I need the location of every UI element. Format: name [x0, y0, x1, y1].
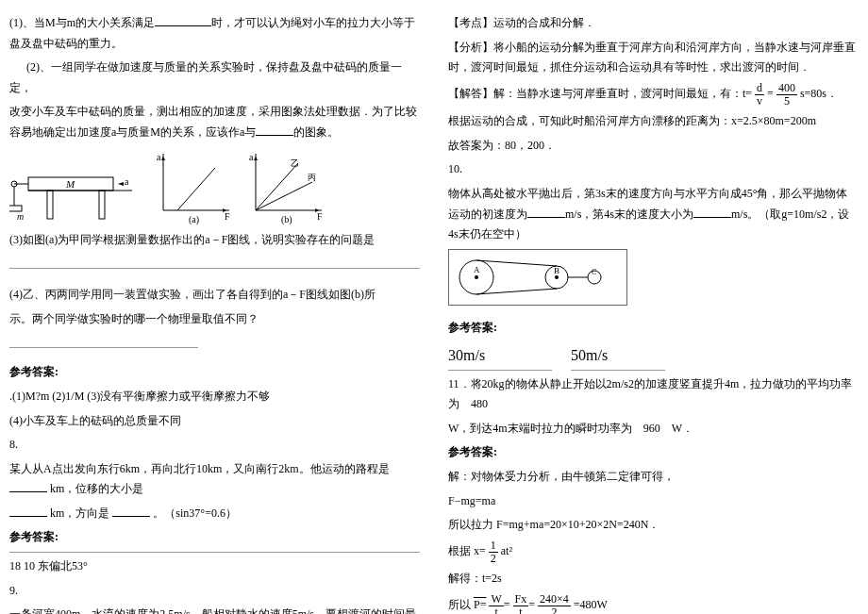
text: 。（sin37°=0.6）	[153, 506, 237, 520]
jieda: 【解答】解：当静水速与河岸垂直时，渡河时间最短，有：t= d v = 400 5…	[448, 82, 859, 108]
svg-text:丙: 丙	[308, 173, 316, 182]
jieda2: 根据运动的合成，可知此时船沿河岸方向漂移的距离为：x=2.5×80m=200m	[448, 111, 859, 132]
apparatus-figure: M m a	[9, 149, 142, 224]
fraction: d v	[755, 82, 764, 108]
denominator: t	[513, 606, 529, 614]
q7-part4b: 示。两个同学做实验时的哪一个物理量取值不同？	[9, 309, 420, 330]
text: s=80s．	[800, 87, 838, 100]
blank	[9, 480, 47, 492]
kaodian: 【考点】运动的合成和分解．	[448, 13, 859, 34]
text: 根据 x=	[448, 544, 486, 557]
q10-text: 物体从高处被水平抛出后，第3s末的速度方向与水平方向成45°角，那么平抛物体运动…	[448, 184, 859, 245]
text: 改变小车及车中砝码的质量，测出相应的加速度，采用图象法处理数据．为了比较容易地确…	[9, 105, 417, 139]
fraction: W t	[489, 593, 503, 614]
q11-text2: W，到达4m末端时拉力的瞬时功率为 960 W．	[448, 419, 859, 440]
text: km，方向是	[50, 506, 109, 520]
blank	[256, 124, 293, 136]
graph-a: a F (a)	[149, 149, 234, 224]
q11-sol5: 解得：t=2s	[448, 569, 859, 589]
q7-part3: (3)如图(a)为甲同学根据测量数据作出的a－F图线，说明实验存在的问题是	[9, 230, 420, 251]
q7-part1: (1)、当M与m的大小关系满足时，才可以认为绳对小车的拉力大小等于盘及盘中砝码的…	[9, 13, 420, 54]
belt-figure: A B C	[448, 249, 627, 306]
right-column: 【考点】运动的合成和分解． 【分析】将小船的运动分解为垂直于河岸方向和沿河岸方向…	[448, 9, 859, 614]
svg-text:A: A	[474, 265, 480, 274]
svg-rect-4	[99, 191, 105, 219]
jieda3: 故答案为：80，200．	[448, 136, 859, 157]
q11-sol6: 所以 P= W t = Fx t = 240×4 2 =480W	[448, 593, 859, 614]
figures-row: M m a a F (a) a	[9, 149, 420, 224]
numerator: 1	[489, 539, 498, 553]
svg-text:(a): (a)	[189, 214, 199, 224]
svg-text:乙: 乙	[291, 158, 299, 168]
blank	[527, 206, 565, 218]
svg-text:a: a	[125, 176, 129, 187]
numerator: 240×4	[538, 593, 571, 606]
answer1: 30m/s	[448, 342, 552, 371]
q7-part4: (4)乙、丙两同学用同一装置做实验，画出了各自得到的a－F图线如图(b)所	[9, 285, 420, 306]
q8-text-line2: km，方向是 。（sin37°=0.6）	[9, 504, 420, 524]
text: 【解答】解：当静水速与河岸垂直时，渡河时间最短，有：t=	[448, 87, 752, 100]
blank-line	[9, 333, 198, 347]
denominator: 5	[776, 95, 797, 108]
answer2: 50m/s	[571, 342, 665, 371]
text: =480W	[574, 598, 608, 611]
ref-answer-label: 参考答案:	[448, 318, 859, 339]
q11-sol2: F−mg=ma	[448, 491, 859, 512]
text: at²	[501, 544, 512, 557]
svg-point-27	[475, 275, 478, 279]
ref-answer-label: 参考答案:	[448, 442, 859, 463]
numerator: W	[489, 593, 503, 606]
text: (1)、当M与m的大小关系满足	[9, 16, 155, 29]
q9-text: 一条河宽400m，水流的速度为2.5m/s，船相对静水的速度5m/s，要想渡河的…	[9, 605, 420, 614]
svg-line-23	[256, 182, 312, 210]
q8-answer: 18 10 东偏北53°	[9, 556, 420, 577]
text: 某人从A点出发向东行6km，再向北行10km，又向南行2km。他运动的路程是	[9, 462, 390, 475]
text: km，位移的大小是	[50, 482, 143, 495]
q10-number: 10.	[448, 159, 859, 180]
text: m/s，第4s末的速度大小为	[565, 207, 693, 221]
denominator: v	[755, 95, 764, 108]
text: 一条河宽400m，水流的速度为2.5m/s，船相对静水的速度5m/s，要想渡河的…	[9, 607, 416, 614]
denominator: 2	[489, 553, 498, 565]
svg-text:C: C	[592, 268, 596, 276]
q7-part2: (2)、一组同学在做加速度与质量的关系实验时，保持盘及盘中砝码的质量一定，	[9, 58, 420, 98]
denominator: t	[489, 606, 503, 614]
text: 所以	[448, 598, 471, 611]
q7-ans2: (4)小车及车上的砝码的总质量不同	[9, 411, 420, 432]
blank	[693, 206, 731, 218]
svg-text:a: a	[249, 152, 254, 162]
numerator: 400	[776, 82, 797, 95]
q8-text: 某人从A点出发向东行6km，再向北行10km，又向南行2km。他运动的路程是 k…	[9, 459, 420, 500]
numerator: d	[755, 82, 764, 95]
left-column: (1)、当M与m的大小关系满足时，才可以认为绳对小车的拉力大小等于盘及盘中砝码的…	[9, 9, 420, 614]
q10-answers: 30m/s 50m/s	[448, 342, 859, 371]
q11-sol3: 所以拉力 F=mg+ma=20×10+20×2N=240N．	[448, 515, 859, 536]
fraction: Fx t	[513, 593, 529, 614]
ref-answer-label: 参考答案:	[9, 527, 420, 548]
svg-line-15	[177, 168, 215, 210]
svg-rect-3	[47, 191, 53, 219]
q11-text1: 11．将20kg的物体从静止开始以2m/s2的加速度竖直提升4m，拉力做功的平均…	[448, 374, 859, 415]
q7-ans1: .(1)M?m (2)1/M (3)没有平衡摩擦力或平衡摩擦力不够	[9, 387, 420, 407]
svg-text:(b): (b)	[281, 214, 292, 224]
numerator: Fx	[513, 593, 529, 606]
fenxi: 【分析】将小船的运动分解为垂直于河岸方向和沿河岸方向，当静水速与河岸垂直时，渡河…	[448, 38, 859, 78]
svg-text:a: a	[157, 152, 161, 162]
svg-line-21	[256, 163, 298, 210]
p-bar: P=	[474, 598, 486, 611]
divider	[9, 552, 420, 553]
fraction: 400 5	[776, 82, 797, 108]
svg-point-30	[555, 275, 559, 279]
text: 的图象。	[293, 125, 339, 139]
svg-text:F: F	[317, 211, 323, 222]
q11-sol1: 解：对物体受力分析，由牛顿第二定律可得，	[448, 467, 859, 488]
denominator: 2	[538, 606, 571, 614]
blank	[9, 505, 47, 517]
blank	[112, 505, 150, 517]
belt-svg: A B C	[453, 254, 623, 301]
q7-part2b: 改变小车及车中砝码的质量，测出相应的加速度，采用图象法处理数据．为了比较容易地确…	[9, 102, 420, 142]
blank-line	[9, 254, 420, 268]
text: (3)如图(a)为甲同学根据测量数据作出的a－F图线，说明实验存在的问题是	[9, 233, 375, 246]
svg-text:m: m	[17, 211, 24, 222]
svg-text:F: F	[225, 211, 230, 222]
